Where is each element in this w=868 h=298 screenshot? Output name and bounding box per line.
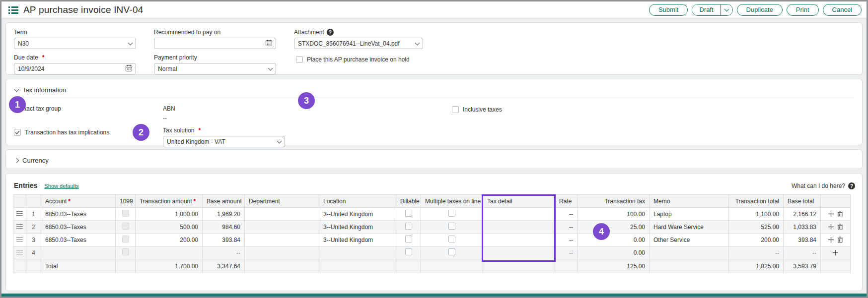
multiple-taxes-checkbox[interactable]: [448, 223, 455, 230]
entry-row: 4 -- -- 0.00: [13, 246, 851, 259]
drag-handle-icon[interactable]: [16, 236, 23, 243]
transaction-total-cell: 200.00: [729, 234, 784, 246]
duplicate-button[interactable]: Duplicate: [737, 4, 783, 16]
account-cell[interactable]: [41, 246, 116, 259]
location-cell[interactable]: 3--United Kingdom: [319, 208, 396, 221]
drag-cell[interactable]: [13, 208, 26, 221]
drag-cell[interactable]: [13, 234, 26, 246]
tax-detail-cell[interactable]: [483, 208, 555, 221]
drag-handle-icon[interactable]: [16, 248, 23, 256]
multiple-taxes-cell: [421, 208, 483, 221]
multiple-taxes-checkbox[interactable]: [448, 236, 455, 242]
attachment-value: STXDOC_856076941--LineVat_04.pdf: [298, 40, 413, 47]
invoice-details-panel: Term N30 Due date* 10/9/2024 Recomme: [5, 22, 863, 75]
print-button[interactable]: Print: [787, 4, 819, 16]
attachment-select[interactable]: STXDOC_856076941--LineVat_04.pdf: [294, 38, 423, 49]
delete-row-icon[interactable]: [836, 236, 845, 244]
tax-solution-select[interactable]: United Kingdom - VAT: [163, 136, 285, 147]
base-amount-cell: --: [203, 246, 245, 259]
drag-handle-icon[interactable]: [16, 223, 23, 230]
billable-checkbox[interactable]: [405, 223, 412, 230]
memo-cell[interactable]: [650, 246, 729, 259]
department-cell[interactable]: [245, 246, 319, 259]
draft-split-button: Draft: [692, 4, 732, 16]
tax-information-header[interactable]: Tax information: [14, 84, 854, 98]
calendar-icon[interactable]: [266, 40, 272, 48]
delete-row-icon[interactable]: [836, 223, 845, 232]
tax-implications-checkbox[interactable]: [14, 129, 21, 136]
location-cell[interactable]: [319, 246, 396, 259]
transaction-tax-cell[interactable]: 25.00: [578, 221, 650, 234]
recommended-pay-input[interactable]: [154, 38, 276, 49]
required-marker: *: [42, 54, 45, 61]
window-bottom-bar: [1, 294, 867, 297]
billable-checkbox[interactable]: [405, 210, 412, 217]
1099-checkbox: [122, 236, 129, 242]
multiple-taxes-checkbox[interactable]: [448, 210, 455, 217]
delete-row-icon[interactable]: [836, 210, 845, 219]
location-cell[interactable]: 3--United Kingdom: [319, 234, 396, 246]
help-icon[interactable]: ?: [327, 29, 334, 36]
hold-checkbox[interactable]: [296, 56, 303, 63]
account-cell[interactable]: 6850.03--Taxes: [41, 208, 116, 221]
calendar-icon[interactable]: [126, 65, 132, 73]
add-row-icon[interactable]: [827, 223, 836, 232]
tax-detail-cell[interactable]: [483, 246, 555, 259]
transaction-amount-cell[interactable]: 500.00: [136, 221, 203, 234]
row-actions-cell: [821, 246, 851, 259]
add-row-icon[interactable]: [831, 248, 840, 257]
drag-cell[interactable]: [13, 246, 26, 259]
required-marker: *: [194, 198, 196, 205]
chevron-down-icon: [128, 40, 133, 45]
billable-cell: [396, 234, 421, 246]
transaction-tax-cell[interactable]: 0.00: [578, 246, 650, 259]
help-icon[interactable]: ?: [848, 182, 855, 189]
inclusive-taxes-checkbox[interactable]: [452, 106, 459, 113]
billable-cell: [396, 221, 421, 234]
multiple-taxes-checkbox[interactable]: [448, 248, 455, 255]
memo-cell[interactable]: Other Service: [650, 234, 729, 246]
drag-handle-icon[interactable]: [16, 210, 23, 217]
submit-button[interactable]: Submit: [649, 4, 688, 16]
entry-row: 1 6850.03--Taxes 1,000.00 1,969.20 3--Un…: [13, 208, 851, 221]
transaction-amount-cell[interactable]: 1,000.00: [136, 208, 203, 221]
account-cell[interactable]: 6850.03--Taxes: [41, 221, 116, 234]
payment-priority-select[interactable]: Normal: [154, 63, 276, 74]
transaction-tax-cell[interactable]: 0.00: [578, 234, 650, 246]
transaction-total-column-header: Transaction total: [729, 195, 784, 208]
drag-column-header: [13, 195, 26, 208]
memo-cell[interactable]: Hard Ware Service: [650, 221, 729, 234]
menu-icon[interactable]: [8, 5, 18, 14]
tax-detail-cell[interactable]: [483, 234, 555, 246]
chevron-down-icon: [724, 6, 729, 11]
base-total-column-header: Base total: [784, 195, 821, 208]
account-cell[interactable]: 6850.03--Taxes: [41, 234, 116, 246]
department-cell[interactable]: [245, 208, 319, 221]
location-column-header: Location: [319, 195, 396, 208]
show-defaults-link[interactable]: Show defaults: [44, 183, 78, 189]
transaction-tax-cell[interactable]: 100.00: [578, 208, 650, 221]
department-cell[interactable]: [245, 221, 319, 234]
transaction-amount-column-header: Transaction amount*: [136, 195, 203, 208]
tax-information-panel: Tax information Contact tax group Transa…: [5, 79, 863, 145]
1099-cell: [116, 221, 136, 234]
location-cell[interactable]: 3--United Kingdom: [319, 221, 396, 234]
currency-header[interactable]: Currency: [14, 155, 854, 168]
billable-checkbox[interactable]: [405, 236, 412, 242]
add-row-icon[interactable]: [827, 236, 836, 244]
add-row-icon[interactable]: [827, 210, 836, 219]
transaction-amount-cell[interactable]: 200.00: [136, 234, 203, 246]
draft-dropdown-button[interactable]: [721, 4, 732, 15]
memo-cell[interactable]: Laptop: [650, 208, 729, 221]
tax-detail-cell[interactable]: [483, 221, 555, 234]
transaction-amount-cell[interactable]: [136, 246, 203, 259]
department-cell[interactable]: [245, 234, 319, 246]
billable-checkbox[interactable]: [405, 248, 412, 255]
drag-cell[interactable]: [13, 221, 26, 234]
cancel-button[interactable]: Cancel: [823, 4, 862, 16]
multiple-taxes-column-header: Multiple taxes on line: [421, 195, 483, 208]
due-date-input[interactable]: 10/9/2024: [14, 63, 136, 74]
term-select[interactable]: N30: [14, 38, 136, 49]
draft-button[interactable]: Draft: [692, 4, 720, 15]
total-transaction-total: 1,825.00: [729, 259, 784, 273]
